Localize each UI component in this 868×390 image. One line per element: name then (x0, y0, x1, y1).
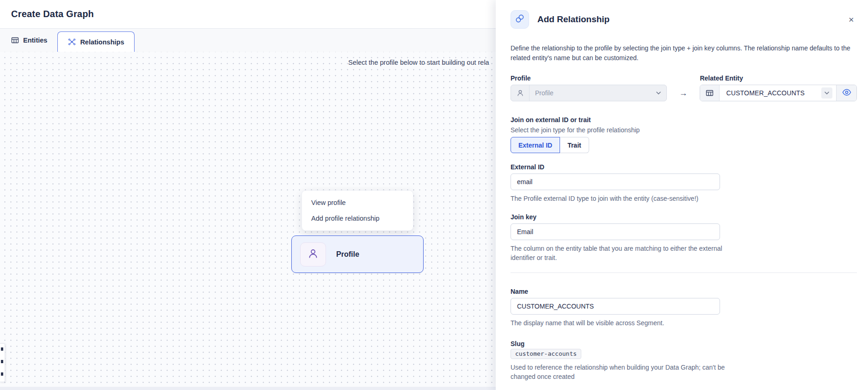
external-id-input[interactable] (511, 173, 720, 190)
graph-icon (68, 38, 76, 46)
menu-item-add-profile-relationship[interactable]: Add profile relationship (302, 210, 413, 226)
panel-icon-box (511, 10, 529, 29)
profile-select-placeholder: Profile (529, 89, 656, 97)
tab-relationships-label: Relationships (80, 38, 124, 46)
join-key-help: The column on the entity table that you … (511, 244, 728, 262)
add-relationship-panel: Add Relationship ✕ Define the relationsh… (496, 0, 868, 390)
join-type-section: Join on external ID or trait Select the … (511, 116, 857, 153)
canvas-zoom-controls[interactable] (0, 343, 5, 382)
external-id-help: The Profile external ID type to join wit… (511, 194, 857, 203)
profile-node-icon-box (300, 242, 326, 266)
join-type-sublabel: Select the join type for the profile rel… (511, 126, 857, 134)
tab-bar: Entities Relationships (0, 29, 496, 52)
join-type-option-external-id[interactable]: External ID (511, 137, 560, 153)
tab-entities[interactable]: Entities (11, 29, 54, 52)
panel-header: Add Relationship ✕ (511, 10, 857, 29)
slug-label: Slug (511, 340, 857, 347)
profile-select-group: Profile Profile (511, 74, 667, 101)
node-context-menu: View profile Add profile relationship (302, 190, 413, 231)
table-icon (11, 37, 19, 44)
join-type-option-trait[interactable]: Trait (560, 137, 589, 153)
related-entity-label: Related Entity (700, 74, 857, 82)
related-entity-group: Related Entity CUSTOMER_ACCOUNTS (700, 74, 857, 101)
zoom-in-icon[interactable] (1, 347, 3, 351)
related-entity-value: CUSTOMER_ACCOUNTS (726, 89, 821, 97)
canvas-bottom-edge (0, 387, 496, 390)
person-icon (511, 85, 529, 101)
related-entity-select[interactable]: CUSTOMER_ACCOUNTS (700, 85, 857, 101)
graph-canvas[interactable]: Select the profile below to start buildi… (0, 52, 496, 390)
fit-view-icon[interactable] (1, 372, 3, 376)
eye-icon (842, 89, 851, 98)
slug-help: Used to reference the relationship when … (511, 363, 749, 381)
join-type-label: Join on external ID or trait (511, 116, 857, 124)
slug-value-chip: customer-accounts (511, 349, 581, 359)
tab-relationships[interactable]: Relationships (57, 31, 135, 52)
tab-entities-label: Entities (23, 37, 47, 44)
canvas-region: Create Data Graph Entities (0, 0, 496, 390)
profile-node[interactable]: Profile (291, 235, 424, 273)
external-id-field-group: External ID The Profile external ID type… (511, 163, 857, 203)
chevron-down-icon (821, 87, 832, 99)
chevron-down-icon (656, 92, 661, 94)
canvas-hint-text: Select the profile below to start buildi… (348, 59, 489, 66)
related-entity-value-area: CUSTOMER_ACCOUNTS (720, 85, 836, 101)
app-root: Create Data Graph Entities (0, 0, 868, 390)
page-title: Create Data Graph (11, 9, 94, 19)
name-help: The display name that will be visible ac… (511, 318, 857, 328)
person-icon (307, 248, 319, 261)
zoom-out-icon[interactable] (1, 360, 3, 363)
profile-select-label: Profile (511, 74, 667, 82)
panel-description: Define the relationship to the profile b… (511, 43, 857, 63)
section-divider (511, 272, 857, 273)
join-type-toggle: External ID Trait (511, 137, 857, 153)
name-input[interactable] (511, 298, 720, 315)
link-icon (515, 13, 525, 25)
name-field-group: Name The display name that will be visib… (511, 288, 857, 328)
arrow-right-icon: → (667, 85, 700, 101)
profile-node-label: Profile (336, 250, 359, 259)
slug-field-group: Slug customer-accounts Used to reference… (511, 340, 857, 381)
preview-entity-button[interactable] (836, 85, 856, 101)
table-icon (700, 85, 720, 101)
external-id-label: External ID (511, 163, 857, 171)
close-icon[interactable]: ✕ (845, 14, 857, 25)
profile-entity-row: Profile Profile → Related Ent (511, 74, 857, 101)
page-header: Create Data Graph (0, 0, 496, 29)
name-label: Name (511, 288, 857, 295)
join-key-label: Join key (511, 213, 857, 221)
panel-title: Add Relationship (537, 14, 845, 25)
join-key-input[interactable] (511, 223, 720, 240)
menu-item-view-profile[interactable]: View profile (302, 195, 413, 210)
join-key-field-group: Join key The column on the entity table … (511, 213, 857, 262)
profile-select[interactable]: Profile (511, 85, 667, 101)
